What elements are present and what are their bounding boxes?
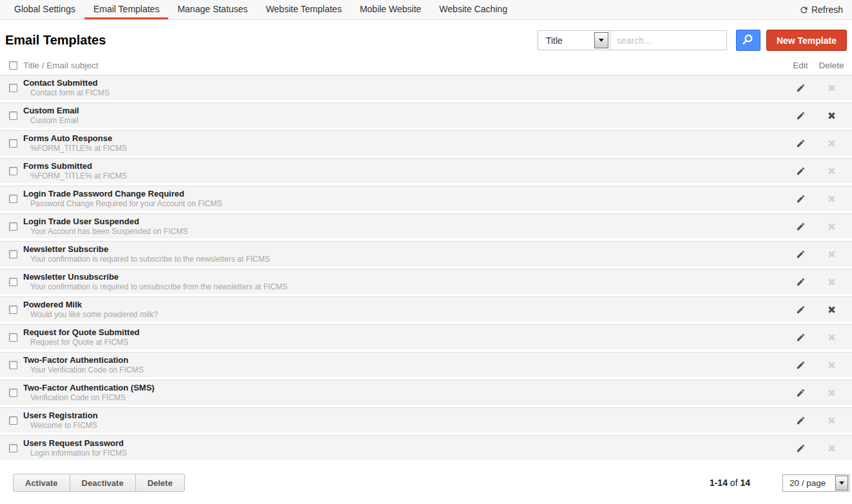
edit-pencil-icon[interactable]: [796, 443, 806, 453]
chevron-down-icon: [599, 39, 604, 42]
table-row: Two-Factor Authentication Your Verificat…: [0, 352, 852, 377]
search-controls: Title New Template: [537, 30, 847, 51]
row-checkbox[interactable]: [9, 278, 17, 286]
table-row: Contact Submitted Contact form at FICMS: [0, 75, 852, 100]
tab-global-settings[interactable]: Global Settings: [5, 0, 84, 19]
row-checkbox[interactable]: [9, 416, 17, 425]
new-template-button[interactable]: New Template: [766, 30, 847, 51]
search-icon: [742, 34, 754, 48]
delete-column-header: Delete: [815, 61, 848, 70]
edit-pencil-icon[interactable]: [796, 222, 806, 231]
table-row: Newsletter Unsubscribe Your confirmation…: [0, 269, 852, 294]
table-row: Login Trade Password Change Required Pas…: [0, 186, 852, 211]
chevron-down-icon: [839, 481, 844, 485]
pagination: 1-14 of 14 20 / page: [710, 474, 849, 492]
row-checkbox[interactable]: [9, 167, 17, 175]
row-checkbox[interactable]: [9, 250, 17, 258]
refresh-button[interactable]: Refresh: [799, 0, 843, 19]
row-email-subject: Login information for FICMS: [23, 449, 786, 458]
row-checkbox[interactable]: [9, 361, 17, 369]
table-row: Forms Auto Response %FORM_TITLE% at FICM…: [0, 130, 852, 155]
delete-button[interactable]: Delete: [135, 474, 185, 492]
delete-x-icon: [827, 194, 837, 204]
edit-pencil-icon[interactable]: [796, 360, 806, 370]
row-title: Newsletter Unsubscribe: [23, 272, 786, 282]
row-checkbox[interactable]: [9, 333, 17, 342]
tab-email-templates[interactable]: Email Templates: [84, 0, 168, 19]
row-title: Login Trade User Suspended: [23, 217, 786, 227]
row-checkbox[interactable]: [9, 389, 17, 397]
row-checkbox[interactable]: [9, 222, 17, 231]
delete-x-icon: [827, 249, 837, 259]
edit-pencil-icon[interactable]: [796, 166, 806, 176]
row-email-subject: Your confirmation is required to subscri…: [23, 255, 786, 264]
table-row: Two-Factor Authentication (SMS) Verifica…: [0, 380, 852, 405]
row-text: Newsletter Unsubscribe Your confirmation…: [23, 272, 786, 291]
row-title: Powdered Milk: [23, 300, 786, 310]
row-title: Users Registration: [23, 411, 786, 421]
table-row: Newsletter Subscribe Your confirmation i…: [0, 241, 852, 266]
edit-pencil-icon[interactable]: [796, 416, 806, 425]
row-checkbox[interactable]: [9, 305, 17, 314]
row-title: Request for Quote Submitted: [23, 327, 786, 338]
table-row: Users Registration Welcome to FICMS: [0, 407, 852, 432]
deactivate-button[interactable]: Deactivate: [70, 474, 136, 492]
tab-manage-statuses[interactable]: Manage Statuses: [168, 0, 257, 19]
row-checkbox[interactable]: [9, 195, 17, 203]
edit-pencil-icon[interactable]: [796, 249, 806, 259]
row-email-subject: Password Change Required for your Accoun…: [23, 199, 786, 208]
search-input[interactable]: [610, 30, 727, 50]
page-size-dropdown-button[interactable]: [835, 476, 848, 490]
edit-pencil-icon[interactable]: [796, 333, 806, 342]
edit-pencil-icon[interactable]: [796, 277, 806, 287]
tab-website-templates[interactable]: Website Templates: [257, 0, 351, 19]
row-text: Two-Factor Authentication Your Verificat…: [23, 355, 786, 374]
page-size-select[interactable]: 20 / page: [782, 474, 849, 492]
row-email-subject: Contact form at FICMS: [23, 88, 786, 97]
table-row: Request for Quote Submitted Request for …: [0, 324, 852, 349]
page-size-value: 20 / page: [784, 478, 826, 488]
tab-website-caching[interactable]: Website Caching: [431, 0, 517, 19]
row-text: Forms Auto Response %FORM_TITLE% at FICM…: [23, 133, 786, 153]
refresh-icon: [799, 5, 809, 15]
row-text: Login Trade Password Change Required Pas…: [23, 189, 786, 208]
edit-pencil-icon[interactable]: [796, 388, 806, 398]
edit-pencil-icon[interactable]: [796, 83, 806, 93]
row-email-subject: %FORM_TITLE% at FICMS: [23, 171, 786, 180]
select-all-checkbox[interactable]: [9, 61, 17, 70]
table-row: Custom Email Custom Email: [0, 102, 852, 128]
row-title: Custom Email: [23, 106, 786, 116]
row-email-subject: Your confirmation is required to unsubsc…: [23, 282, 786, 291]
search-button[interactable]: [736, 30, 760, 51]
delete-x-icon: [827, 333, 837, 342]
row-checkbox[interactable]: [9, 139, 17, 148]
range-total: 14: [740, 478, 750, 488]
edit-pencil-icon[interactable]: [796, 305, 806, 315]
row-checkbox[interactable]: [9, 84, 17, 92]
list-footer: Activate Deactivate Delete 1-14 of 14 20…: [0, 474, 852, 492]
delete-x-icon: [827, 222, 837, 231]
row-checkbox[interactable]: [9, 444, 17, 452]
bulk-actions: Activate Deactivate Delete: [13, 474, 185, 492]
row-text: Contact Submitted Contact form at FICMS: [23, 78, 786, 97]
row-title: Login Trade Password Change Required: [23, 189, 786, 199]
edit-pencil-icon[interactable]: [796, 194, 806, 204]
search-field-select[interactable]: Title: [537, 30, 610, 50]
row-email-subject: Your Verification Code on FICMS: [23, 365, 786, 374]
search-field-dropdown-button[interactable]: [594, 32, 608, 48]
delete-x-icon[interactable]: [827, 111, 837, 121]
delete-x-icon[interactable]: [827, 305, 837, 315]
edit-column-header: Edit: [786, 61, 815, 70]
activate-button[interactable]: Activate: [13, 474, 70, 492]
row-text: Two-Factor Authentication (SMS) Verifica…: [23, 383, 786, 402]
delete-x-icon: [827, 388, 837, 398]
refresh-label: Refresh: [811, 5, 843, 15]
edit-pencil-icon[interactable]: [796, 139, 806, 148]
row-email-subject: Welcome to FICMS: [23, 421, 786, 430]
delete-x-icon: [827, 139, 837, 148]
row-checkbox[interactable]: [9, 111, 17, 120]
edit-pencil-icon[interactable]: [796, 111, 806, 121]
tab-mobile-website[interactable]: Mobile Website: [351, 0, 430, 19]
row-title: Forms Submitted: [23, 161, 786, 171]
delete-x-icon: [827, 443, 837, 453]
